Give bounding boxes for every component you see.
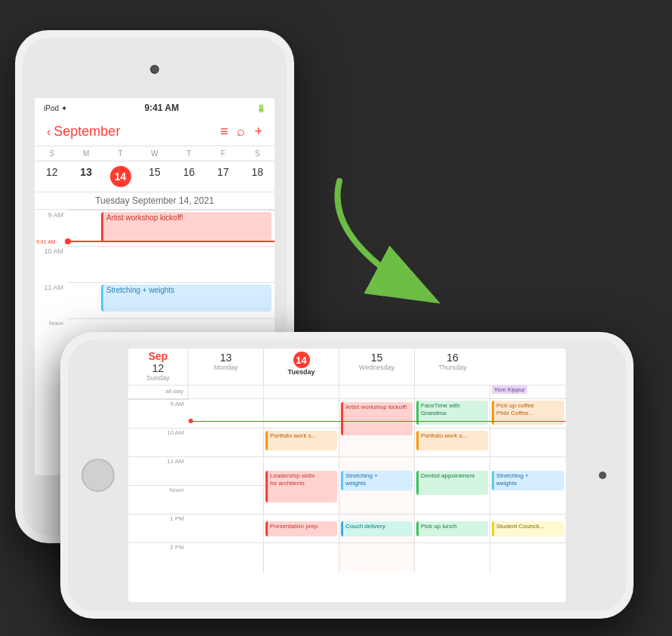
grid-col-thursday[interactable]: Pick up coffeePhilz Coffee... Stretching… (490, 399, 566, 573)
portrait-back-button[interactable]: ‹ September (47, 124, 120, 140)
month-label-sep: Sep (130, 350, 186, 362)
col-sep-12[interactable]: Sep 12 Sunday (128, 349, 189, 385)
day-s1: S (35, 149, 69, 158)
landscape-all-day-row: all-day Yom Kippur (128, 386, 566, 399)
time-10am-label: 10 AM (128, 428, 189, 456)
portrait-month-label: September (54, 124, 120, 140)
day-s2: S (241, 149, 275, 158)
date-16[interactable]: 16 (172, 164, 206, 189)
grid-col-tuesday[interactable]: Artist workshop kickoff! Stretching +wei… (339, 399, 415, 573)
all-day-col-15 (415, 386, 490, 398)
day-name-thursday: Thursday (416, 364, 489, 371)
week-dates-row: 12 13 14 15 16 17 18 (35, 161, 275, 192)
landscape-event-student-council[interactable]: Student Council... (492, 521, 564, 536)
all-day-col-14 (339, 386, 415, 398)
landscape-camera (599, 472, 606, 479)
landscape-event-pickup-lunch[interactable]: Pick up lunch (416, 521, 488, 536)
date-num-16: 16 (416, 352, 489, 364)
list-icon[interactable]: ≡ (220, 124, 229, 140)
portrait-current-time: 9:41 AM (68, 238, 275, 244)
portrait-status-left: iPod ✦ (44, 104, 67, 112)
landscape-event-leadership[interactable]: Leadership skillsfor architects (265, 471, 337, 502)
landscape-event-portfolio-mon[interactable]: Portfolio work s... (265, 431, 337, 450)
day-name-sunday: Sunday (130, 374, 186, 382)
landscape-time-column: 9 AM 10 AM 11 AM Noon 1 PM 2 PM (128, 399, 189, 573)
landscape-event-dentist[interactable]: Dentist appointment (416, 471, 488, 495)
portrait-header-icons: ≡ ⌕ + (220, 124, 262, 140)
date-17[interactable]: 17 (206, 164, 240, 189)
col-16[interactable]: 16 Thursday (415, 349, 490, 385)
landscape-event-stretching-thu[interactable]: Stretching +weights (492, 471, 564, 490)
day-name-wednesday: Wednesday (341, 364, 413, 371)
portrait-status-bar: iPod ✦ 9:41 AM 🔋 (35, 98, 275, 118)
date-12[interactable]: 12 (35, 164, 69, 189)
portrait-selected-day: Tuesday September 14, 2021 (35, 192, 275, 210)
landscape-event-couch-delivery[interactable]: Couch delivery (341, 521, 413, 536)
all-day-col-13 (264, 386, 339, 398)
day-name-monday: Monday (190, 364, 262, 371)
date-14-today[interactable]: 14 (103, 164, 137, 189)
portrait-event-workshop[interactable]: Artist workshop kickoff! (101, 212, 272, 242)
day-t1: T (103, 149, 137, 158)
grid-col-sunday[interactable] (189, 399, 264, 573)
time-11am-label: 11 AM (128, 456, 189, 485)
grid-col-wednesday[interactable]: FaceTime with Grandma Portfolio work s..… (415, 399, 490, 573)
day-f: F (206, 149, 240, 158)
landscape-screen: Sep 12 Sunday 13 Monday 14 Tuesday 15 W (128, 349, 566, 602)
today-num-14: 14 (293, 352, 310, 368)
landscape-home-button[interactable] (81, 459, 115, 492)
landscape-current-time-line (189, 419, 566, 423)
col-15[interactable]: 15 Wednesday (339, 349, 415, 385)
day-m: M (69, 149, 103, 158)
portrait-calendar-header: ‹ September ≡ ⌕ + (35, 118, 275, 146)
landscape-calendar-header: Sep 12 Sunday 13 Monday 14 Tuesday 15 W (128, 349, 566, 386)
grid-col-monday[interactable]: Portfolio work s... Leadership skillsfor… (264, 399, 339, 573)
date-15[interactable]: 15 (137, 164, 171, 189)
time-label-10am: 10 AM (35, 246, 68, 282)
time-label-11am: 11 AM (35, 282, 68, 318)
landscape-event-portfolio-wed[interactable]: Portfolio work s... (416, 431, 488, 450)
all-day-col-16: Yom Kippur (490, 386, 566, 398)
date-18[interactable]: 18 (241, 164, 275, 189)
day-t2: T (172, 149, 206, 158)
portrait-camera (150, 65, 159, 74)
portrait-clock: 9:41 AM (145, 103, 180, 113)
day-w: W (137, 149, 171, 158)
date-num-13: 13 (190, 352, 262, 364)
time-slot-11am: 11 AM Stretching + weights (35, 282, 275, 318)
col-14-today[interactable]: 14 Tuesday (264, 349, 339, 385)
date-num-12: 12 (130, 362, 186, 374)
time-slot-10am: 10 AM (35, 246, 275, 282)
all-day-label: all-day (128, 386, 189, 398)
time-9am-label: 9 AM (128, 399, 189, 428)
landscape-event-presentation[interactable]: Presentation prep (265, 521, 337, 536)
landscape-event-stretching-tue[interactable]: Stretching +weights (341, 471, 413, 490)
day-name-tuesday: Tuesday (265, 368, 337, 376)
ipod-landscape-device: Sep 12 Sunday 13 Monday 14 Tuesday 15 W (60, 332, 634, 619)
col-13[interactable]: 13 Monday (189, 349, 264, 385)
portrait-battery: 🔋 (256, 104, 265, 112)
time-noon-label: Noon (128, 485, 189, 514)
search-icon[interactable]: ⌕ (237, 124, 245, 140)
date-num-15: 15 (341, 352, 413, 364)
date-13[interactable]: 13 (69, 164, 103, 189)
landscape-calendar-grid: Portfolio work s... Leadership skillsfor… (189, 399, 566, 573)
all-day-col-12 (189, 386, 264, 398)
time-label-noon: Noon (35, 318, 68, 355)
add-event-icon[interactable]: + (254, 124, 262, 140)
portrait-event-stretching[interactable]: Stretching + weights (101, 284, 272, 312)
yom-kippur-event[interactable]: Yom Kippur (492, 386, 527, 394)
time-1pm-label: 1 PM (128, 514, 189, 542)
landscape-calendar-body: 9 AM 10 AM 11 AM Noon 1 PM 2 PM (128, 399, 566, 573)
week-days-row: S M T W T F S (35, 146, 275, 161)
time-2pm-label: 2 PM (128, 542, 189, 571)
